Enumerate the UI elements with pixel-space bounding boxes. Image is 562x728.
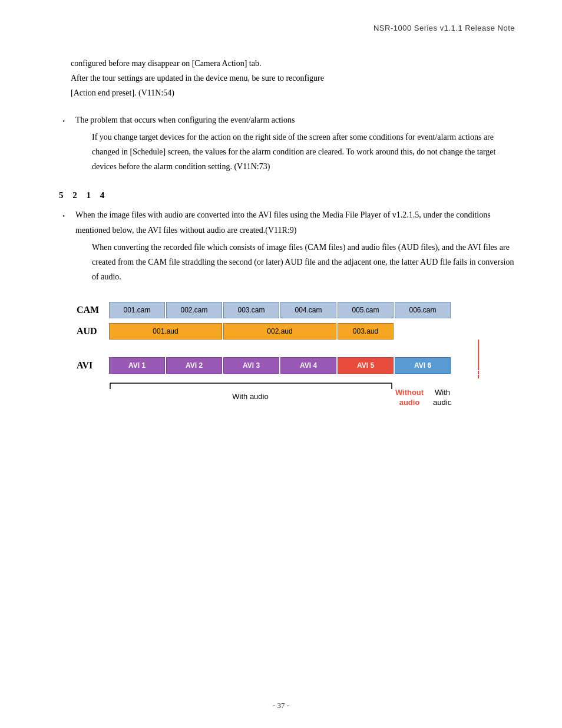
cam-row: CAM 001.cam 002.cam 003.cam 004.cam 005.… — [77, 302, 536, 318]
diagram-area: CAM 001.cam 002.cam 003.cam 004.cam 005.… — [77, 302, 536, 416]
cam-file-3: 003.cam — [223, 302, 279, 318]
bracket-area: With audio Without audio With audio — [77, 378, 536, 416]
avi-file-5: AVI 5 — [338, 357, 394, 374]
aud-file-1: 001.aud — [109, 323, 222, 340]
section-header: 5 2 1 4 — [59, 190, 515, 200]
bullet-section-2: ・ When the image files with audio are co… — [59, 207, 515, 284]
avi-row: AVI AVI 1 AVI 2 AVI 3 AVI 4 AVI 5 AVI 6 — [77, 357, 536, 374]
aud-file-3: 003.aud — [338, 323, 394, 340]
bracket-svg: With audio Without audio With audio — [109, 378, 451, 414]
intro-line3: [Action end preset]. (V11N:54) — [71, 85, 515, 100]
bullet-content-1: The problem that occurs when configuring… — [75, 113, 515, 174]
intro-block: configured before may disappear on [Came… — [59, 56, 515, 101]
avi-file-3: AVI 3 — [223, 357, 279, 374]
page-header: NSR-1000 Series v1.1.1 Release Note — [59, 24, 515, 32]
cam-file-6: 006.cam — [395, 302, 451, 318]
cam-boxes: 001.cam 002.cam 003.cam 004.cam 005.cam … — [109, 302, 451, 318]
cam-file-4: 004.cam — [280, 302, 336, 318]
aud-row: AUD 001.aud 002.aud 003.aud — [77, 323, 536, 340]
avi-file-6: AVI 6 — [395, 357, 451, 374]
cam-file-1: 001.cam — [109, 302, 165, 318]
bullet-detail-2: When converting the recorded file which … — [75, 240, 515, 285]
avi-boxes: AVI 1 AVI 2 AVI 3 AVI 4 AVI 5 AVI 6 — [109, 357, 451, 374]
avi-file-2: AVI 2 — [166, 357, 222, 374]
bullet-section-1: ・ The problem that occurs when configuri… — [59, 113, 515, 174]
intro-line1: configured before may disappear on [Came… — [71, 56, 515, 71]
aud-boxes: 001.aud 002.aud 003.aud — [109, 323, 394, 340]
bullet-content-2: When the image files with audio are conv… — [75, 207, 515, 284]
svg-text:With: With — [435, 388, 450, 397]
red-dashed-line — [478, 367, 479, 378]
svg-text:With audio: With audio — [232, 392, 268, 401]
bullet-main-1: The problem that occurs when configuring… — [75, 116, 295, 124]
avi-file-4: AVI 4 — [280, 357, 336, 374]
cam-file-2: 002.cam — [166, 302, 222, 318]
aud-label: AUD — [77, 326, 109, 337]
cam-file-5: 005.cam — [338, 302, 394, 318]
avi-label: AVI — [77, 360, 109, 371]
bullet-detail-1: If you change target devices for the act… — [75, 130, 515, 174]
page: NSR-1000 Series v1.1.1 Release Note conf… — [0, 0, 562, 728]
bullet-item-2: ・ When the image files with audio are co… — [59, 207, 515, 284]
red-vertical-line — [478, 340, 479, 367]
svg-text:audio: audio — [399, 398, 420, 407]
bullet-main-2: When the image files with audio are conv… — [75, 210, 491, 234]
svg-text:Without: Without — [395, 388, 424, 397]
header-title: NSR-1000 Series v1.1.1 Release Note — [373, 24, 515, 32]
cam-label: CAM — [77, 305, 109, 315]
intro-line2: After the tour settings are updated in t… — [71, 71, 515, 85]
avi-file-1: AVI 1 — [109, 357, 165, 374]
svg-text:audio: audio — [433, 398, 451, 407]
page-number: - 37 - — [0, 701, 562, 710]
bullet-dot-1: ・ — [59, 114, 68, 129]
bullet-item-1: ・ The problem that occurs when configuri… — [59, 113, 515, 174]
bullet-dot-2: ・ — [59, 209, 68, 224]
aud-file-2: 002.aud — [223, 323, 336, 340]
